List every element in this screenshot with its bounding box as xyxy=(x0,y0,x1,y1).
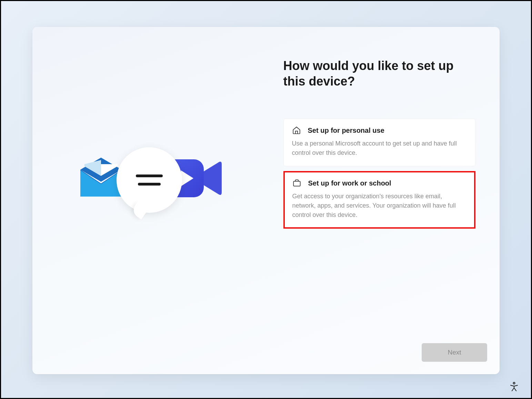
option-description: Get access to your organization's resour… xyxy=(292,192,467,220)
svg-rect-1 xyxy=(293,181,300,186)
chat-bubble-icon xyxy=(117,147,182,213)
oobe-background: How would you like to set up this device… xyxy=(1,1,531,398)
setup-card: How would you like to set up this device… xyxy=(32,27,500,374)
option-description: Use a personal Microsoft account to get … xyxy=(292,139,467,158)
setup-illustration xyxy=(77,147,222,220)
briefcase-icon xyxy=(292,179,301,188)
option-title: Set up for personal use xyxy=(308,127,384,134)
option-work-school[interactable]: Set up for work or school Get access to … xyxy=(283,171,476,229)
home-icon xyxy=(292,126,301,135)
illustration-pane xyxy=(32,27,266,374)
option-title: Set up for work or school xyxy=(308,179,391,187)
accessibility-icon[interactable] xyxy=(509,381,519,392)
svg-point-2 xyxy=(513,382,515,384)
next-button[interactable]: Next xyxy=(422,343,487,362)
page-title: How would you like to set up this device… xyxy=(283,58,476,89)
option-personal-use[interactable]: Set up for personal use Use a personal M… xyxy=(283,119,476,166)
content-pane: How would you like to set up this device… xyxy=(266,27,500,374)
